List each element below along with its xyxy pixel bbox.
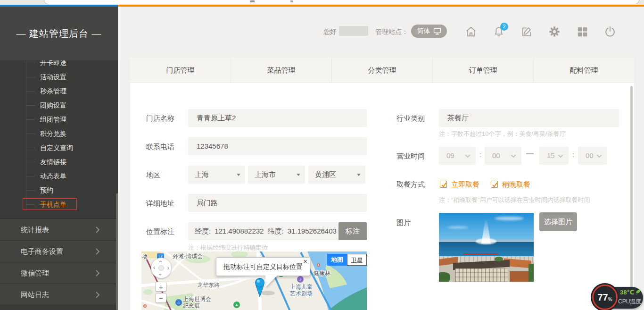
poi-dot (143, 304, 147, 308)
tab-category-management[interactable]: 分类管理 (331, 58, 432, 83)
language-switch-button[interactable]: 简体 (411, 25, 447, 38)
map-label-children-theater: 上海儿童艺术剧场 (290, 284, 313, 297)
region-label: 地区 (146, 171, 160, 180)
tab-ingredient-management[interactable]: 配料管理 (533, 58, 634, 83)
longitude-value: 121.490882232 (215, 222, 264, 240)
province-select[interactable]: 上海 (188, 166, 245, 184)
pickup-now-label[interactable]: 立即取餐 (451, 180, 479, 189)
edit-icon (520, 25, 533, 38)
edit-button[interactable] (520, 25, 533, 38)
pan-left-arrow[interactable]: › (153, 266, 155, 270)
close-icon[interactable]: × (303, 258, 307, 265)
map-widget[interactable]: 场 外滩·湾璞会 龙华东路 健康林 上海儿童艺术剧场 上海世博会纪念展 ▲ ♣ … (141, 251, 367, 310)
sidebar-item-dongtaibiaodan[interactable]: 动态表单 (0, 169, 118, 183)
apps-button[interactable] (576, 25, 588, 38)
phone-input[interactable]: 12345678 (188, 137, 367, 155)
sidebar-section-dianzishangwu[interactable]: 电子商务设置 (0, 240, 118, 262)
city-select[interactable]: 上海市 (248, 166, 305, 184)
pan-down-arrow[interactable]: › (158, 274, 163, 276)
address-input[interactable]: 局门路 (188, 194, 367, 212)
map-label-partial: 场 (142, 252, 148, 260)
close-minute-select[interactable]: 00 (578, 147, 607, 165)
notifications-button[interactable]: 2 (493, 25, 505, 38)
chevron-right-icon (95, 291, 100, 299)
chevron-down-icon (465, 154, 471, 158)
sidebar-section-wangzhanrizhi[interactable]: 网站日志 (0, 284, 118, 305)
select-arrow-icon (297, 174, 300, 176)
poi-dot (317, 263, 320, 267)
open-minute-select[interactable]: 00 (485, 147, 521, 165)
cpu-usage-unit: % (608, 297, 612, 302)
sidebar-item-yuyue[interactable]: 预约 (0, 183, 118, 197)
pan-center-knob[interactable] (158, 265, 164, 271)
screen: — 建站管理后台 — 开卡即送 活动设置 秒杀管理 团购设置 组团管理 积分兑换… (0, 0, 644, 310)
time-colon: : (572, 151, 574, 159)
map-pan-control[interactable]: › › › › (151, 258, 172, 278)
open-hour-select[interactable]: 09 (439, 147, 476, 165)
select-arrow-icon (357, 174, 361, 176)
pickup-later-label[interactable]: 稍晚取餐 (502, 180, 530, 189)
content-scrollbar[interactable] (630, 86, 633, 308)
address-bar[interactable] (44, 0, 639, 4)
museum-poi-icon[interactable]: ⌂ (175, 299, 182, 306)
gear-icon (548, 25, 561, 38)
store-name-input[interactable]: 青青原上草2 (188, 109, 367, 127)
tab-order-management[interactable]: 订单管理 (432, 58, 533, 83)
home-icon (465, 25, 477, 38)
store-photo (439, 213, 534, 282)
sidebar-item-tuangoushezhi[interactable]: 团购设置 (0, 98, 118, 112)
time-range-dash: — (526, 150, 534, 158)
pickup-label: 取餐方式 (396, 180, 425, 189)
sidebar-sections: 统计报表 电子商务设置 微信管理 网站日志 (0, 218, 118, 305)
pickup-later-checkbox[interactable] (491, 181, 498, 188)
district-select[interactable]: 黄浦区 (308, 166, 365, 184)
logout-button[interactable] (604, 25, 616, 38)
home-button[interactable] (465, 25, 477, 38)
sidebar-item-zutuanguanli[interactable]: 组团管理 (0, 112, 118, 126)
pickup-note: 注：“稍晚取餐”用户可以选择在营业时间内选择取餐时间 (439, 196, 590, 204)
sidebar-item-miaoshaguanli[interactable]: 秒杀管理 (0, 84, 118, 98)
form-panel: 门店名称 青青原上草2 联系电话 12345678 地区 上海 上海市 黄浦区 … (130, 83, 634, 310)
choose-image-button[interactable]: 选择图片 (539, 212, 577, 231)
chevron-down-icon (558, 154, 563, 158)
pan-right-arrow[interactable]: › (167, 266, 169, 270)
chevron-right-icon (95, 248, 100, 255)
sidebar-item-jifenduihuan[interactable]: 积分兑换 (0, 126, 118, 141)
store-name-label: 门店名称 (146, 114, 174, 123)
pickup-now-checkbox[interactable] (440, 181, 447, 188)
manage-site-label: 管理站点： (375, 28, 408, 36)
sidebar: — 建站管理后台 — 开卡即送 活动设置 秒杀管理 团购设置 组团管理 积分兑换… (0, 7, 118, 310)
mark-location-button[interactable]: 标注 (339, 222, 367, 240)
sidebar-section-weixinguanli[interactable]: 微信管理 (0, 262, 118, 284)
zoom-in-button[interactable]: + (156, 282, 166, 292)
map-type-button[interactable]: 地图 (327, 254, 347, 266)
sidebar-item-youqinglianjie[interactable]: 友情链接 (0, 155, 118, 169)
image-label: 图片 (396, 218, 411, 227)
location-label: 位置标注 (146, 227, 174, 236)
satellite-type-button[interactable]: 卫星 (347, 254, 367, 266)
sidebar-item-shoujidiandan-active[interactable]: 手机点单 (0, 197, 118, 211)
address-label: 详细地址 (146, 199, 174, 208)
close-hour-select[interactable]: 15 (539, 147, 569, 165)
map-label-bund: 外滩·湾璞会 (173, 252, 203, 260)
pan-up-arrow[interactable]: › (158, 260, 163, 262)
settings-button[interactable] (548, 25, 561, 38)
latitude-value: 31.1952626403 (288, 222, 337, 240)
industry-input[interactable]: 茶餐厅 (439, 109, 619, 127)
music-poi-icon[interactable]: ♪ (297, 276, 304, 283)
sidebar-item-zidingyichaxun[interactable]: 自定义查询 (0, 141, 118, 155)
park-poi-icon[interactable]: ▲ (233, 302, 240, 308)
sidebar-section-tongjibaobiao[interactable]: 统计报表 (0, 218, 118, 240)
time-colon: : (479, 151, 481, 159)
zoom-out-button[interactable]: − (156, 293, 166, 303)
chevron-down-icon (511, 154, 516, 158)
username-redacted (339, 26, 368, 36)
tooltip-tail (265, 275, 278, 287)
cpu-usage-gauge[interactable]: 77 % (592, 285, 618, 310)
tab-dish-management[interactable]: 菜品管理 (231, 58, 331, 83)
sidebar-scrollbar[interactable] (116, 193, 118, 310)
tab-store-management[interactable]: 门店管理 (130, 58, 231, 83)
active-item-highlight-box (23, 198, 77, 210)
sidebar-item-huodongshezhi[interactable]: 活动设置 (0, 70, 118, 84)
coordinates-input[interactable]: 经度: 121.490882232 纬度: 31.1952626403 (188, 222, 339, 240)
